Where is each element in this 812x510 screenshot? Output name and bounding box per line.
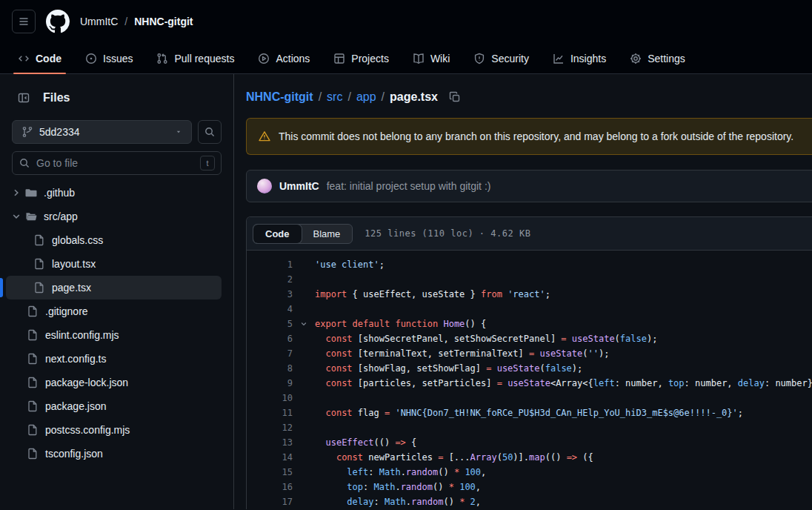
line-number[interactable]: 13 [247, 435, 293, 450]
line-number[interactable]: 1 [247, 257, 293, 272]
nav-tab-security[interactable]: Security [465, 43, 538, 73]
avatar[interactable] [257, 179, 272, 193]
tree-item-label: globals.css [52, 234, 103, 246]
breadcrumb-app-link[interactable]: app [356, 90, 376, 104]
content-area: Files 5dd2334 t .githubsrc/appgl [0, 74, 812, 509]
nav-tab-settings[interactable]: Settings [621, 43, 694, 73]
tree-file-page.tsx[interactable]: page.tsx [6, 276, 222, 299]
tree-file-.gitignore[interactable]: .gitignore [6, 299, 222, 323]
tree-file-package.json[interactable]: package.json [6, 394, 222, 418]
code-token: Math [385, 497, 406, 507]
nav-tab-insights[interactable]: Insights [544, 43, 615, 73]
header-repo-link[interactable]: NHNC-gitgit [134, 16, 193, 27]
branch-selector[interactable]: 5dd2334 [12, 120, 192, 144]
copy-path-icon[interactable] [449, 91, 461, 103]
code-token: top [668, 378, 685, 388]
code-token: delay [738, 378, 765, 388]
code-token: useEffect [325, 437, 373, 448]
hamburger-menu-button[interactable] [12, 10, 36, 33]
code-token: top [347, 482, 363, 492]
breadcrumb-repo-link[interactable]: NHNC-gitgit [246, 90, 313, 104]
tree-file-next.config.ts[interactable]: next.config.ts [6, 347, 222, 371]
tree-item-label: layout.tsx [52, 258, 96, 270]
collapse-gutter [293, 331, 315, 346]
nav-tab-code[interactable]: Code [9, 43, 70, 73]
code-token: ( [615, 334, 620, 344]
file-icon [27, 400, 39, 412]
line-number[interactable]: 7 [247, 346, 293, 361]
tree-file-eslint.config.mjs[interactable]: eslint.config.mjs [6, 323, 222, 347]
code-line-15: 15 left: Math.random() * 100, [247, 465, 812, 480]
tree-file-layout.tsx[interactable]: layout.tsx [6, 252, 222, 276]
header-owner-link[interactable]: UmmItC [80, 16, 118, 27]
tab-code[interactable]: Code [253, 225, 302, 243]
nav-tab-issues[interactable]: Issues [76, 43, 142, 73]
collapse-gutter [293, 376, 315, 391]
code-text: const newParticles = [...Array(50)].map(… [315, 450, 593, 465]
line-number[interactable]: 3 [247, 287, 293, 302]
line-number[interactable]: 17 [247, 494, 293, 509]
code-line-3: 3import { useEffect, useState } from 're… [247, 287, 812, 302]
line-number[interactable]: 11 [247, 405, 293, 420]
code-token: function [395, 319, 438, 329]
tree-folder-.github[interactable]: .github [6, 181, 222, 205]
sidebar-search-button[interactable] [198, 120, 222, 144]
code-token: ); [599, 348, 609, 359]
collapse-gutter [293, 346, 315, 361]
nav-tab-label: Code [36, 53, 61, 64]
line-number[interactable]: 10 [247, 391, 293, 405]
tab-blame[interactable]: Blame [302, 225, 353, 243]
code-text: import { useEffect, useState } from 'rea… [315, 287, 550, 302]
code-token: : number}>>([]); [765, 378, 812, 388]
nav-tab-projects[interactable]: Projects [325, 43, 398, 73]
breadcrumb-src-link[interactable]: src [327, 90, 342, 104]
nav-tab-label: Actions [276, 53, 310, 64]
tree-file-tsconfig.json[interactable]: tsconfig.json [6, 442, 222, 466]
code-token [315, 378, 325, 388]
tree-file-globals.css[interactable]: globals.css [6, 228, 222, 252]
code-token: . [406, 497, 411, 507]
code-token: = [497, 378, 502, 388]
tree-file-postcss.config.mjs[interactable]: postcss.config.mjs [6, 418, 222, 442]
file-icon [27, 329, 39, 341]
nav-tab-actions[interactable]: Actions [249, 43, 319, 73]
commit-author-link[interactable]: UmmItC [279, 180, 319, 192]
code-text: const flag = 'NHNC{Don7_tH!NK_foRCe_PU$H… [315, 405, 743, 420]
code-token: ; [545, 289, 550, 299]
tree-item-label: src/app [44, 211, 78, 222]
go-to-file-input[interactable] [36, 157, 194, 169]
go-to-file-field[interactable]: t [12, 151, 222, 175]
commit-message[interactable]: feat: initial project setup with gitgit … [327, 180, 491, 192]
code-token: 'NHNC{Don7_tH!NK_foRCe_PU$H3d_CAn_HElp_Y… [395, 408, 737, 418]
code-token [315, 363, 325, 374]
line-number[interactable]: 8 [247, 361, 293, 376]
nav-tab-pull-requests[interactable]: Pull requests [147, 43, 243, 73]
latest-commit-bar: UmmItC feat: initial project setup with … [246, 170, 812, 202]
code-line-17: 17 delay: Math.random() * 2, [247, 494, 812, 509]
nav-tab-label: Pull requests [174, 53, 234, 64]
line-number[interactable]: 6 [247, 331, 293, 346]
tree-folder-src/app[interactable]: src/app [6, 205, 222, 228]
line-number[interactable]: 12 [247, 420, 293, 435]
line-number[interactable]: 5 [247, 317, 293, 331]
code-text: const [terminalText, setTerminalText] = … [315, 346, 609, 361]
shortcut-key-badge: t [200, 156, 215, 170]
collapse-chevron-icon[interactable] [299, 319, 308, 328]
code-token: export [315, 319, 347, 329]
code-token: const [325, 378, 352, 388]
line-number[interactable]: 9 [247, 376, 293, 391]
code-token: random [401, 482, 433, 492]
nav-tab-wiki[interactable]: Wiki [404, 43, 459, 73]
line-number[interactable]: 15 [247, 465, 293, 480]
code-token [315, 467, 347, 477]
warning-text: This commit does not belong to any branc… [279, 130, 793, 142]
code-token [491, 363, 496, 374]
tree-file-package-lock.json[interactable]: package-lock.json [6, 371, 222, 394]
github-logo-icon[interactable] [46, 10, 70, 33]
line-number[interactable]: 4 [247, 302, 293, 317]
line-number[interactable]: 14 [247, 450, 293, 465]
collapse-sidebar-button[interactable] [12, 86, 36, 110]
code-token: => [567, 452, 577, 463]
line-number[interactable]: 2 [247, 272, 293, 287]
line-number[interactable]: 16 [247, 480, 293, 494]
